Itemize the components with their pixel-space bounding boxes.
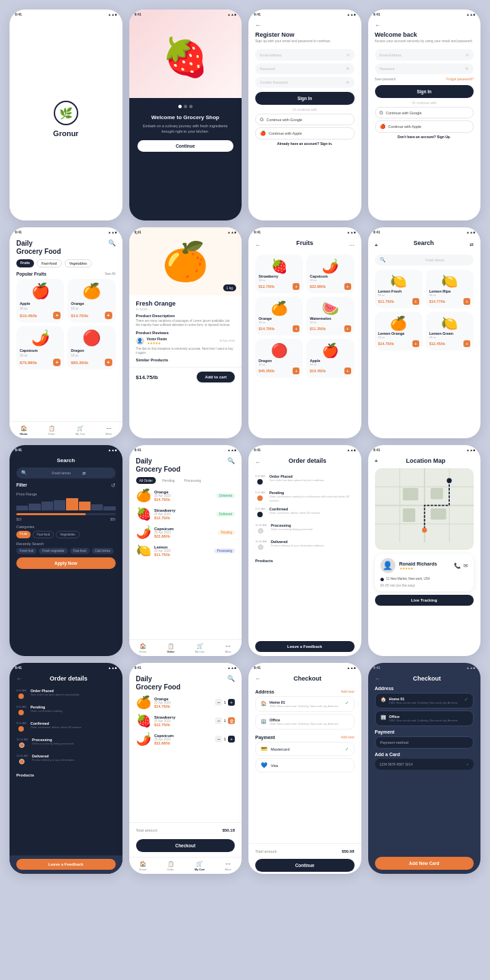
address-office[interactable]: 🏢 Office 1902, New round road, Outlonby,… (255, 714, 355, 730)
nav-cart[interactable]: 🛒 My Cart (195, 861, 205, 871)
confirm-input[interactable]: Confirm Password 👁 (255, 77, 355, 88)
apple-button[interactable]: 🍎 Continue with Apple (255, 127, 355, 140)
chip-fastfood[interactable]: Fast-food (33, 531, 54, 538)
live-tracking-button[interactable]: Live Tracking (375, 595, 474, 606)
nav-home[interactable]: 🏠 Home (140, 861, 147, 871)
tag-fresh-fruit[interactable]: Fresh fruit (16, 548, 37, 554)
tab-pending[interactable]: Pending (159, 477, 178, 484)
lemon-fresh[interactable]: 🍋 Lemon Fresh 10 oz $11.75/lb + (375, 270, 423, 308)
add-to-cart-button[interactable]: Add to cart (197, 372, 235, 382)
add-button[interactable]: + (293, 325, 299, 332)
see-all-button[interactable]: See All (105, 272, 116, 276)
back-button[interactable]: ← (255, 242, 261, 248)
decrease-qty[interactable]: − (215, 699, 222, 706)
fruit-orange[interactable]: 🍊 Orange 10 oz $14.75/lb + (255, 297, 303, 336)
add-address-button[interactable]: Add new (341, 689, 354, 693)
nav-more[interactable]: ⋯ More (105, 425, 112, 436)
delete-item[interactable]: 🗑 (228, 717, 235, 724)
tab-fastfood[interactable]: Fast-food (37, 259, 62, 267)
continue-button[interactable]: Continue (137, 140, 234, 152)
fruit-capsicum[interactable]: 🌶️ Capsicum 10 oz $22.88/lb + (306, 255, 354, 293)
tab-processing[interactable]: Processing (181, 477, 205, 484)
back-button[interactable]: ← (255, 22, 355, 29)
address-office[interactable]: 🏢 Office 1902, New round road, Outlonby,… (375, 710, 474, 726)
cart-item-orange[interactable]: 🍊 Orange 25 Apr 2023 $14.75/lb − 1 + (136, 695, 235, 710)
email-input[interactable]: Email Address ✉ (255, 49, 355, 61)
add-button[interactable]: + (293, 368, 299, 374)
price-slider[interactable] (16, 513, 116, 515)
back-button[interactable]: ← (375, 22, 474, 29)
chip-fruits[interactable]: Fruits (16, 531, 31, 538)
add-to-cart-button[interactable]: + (53, 359, 61, 366)
product-card-orange[interactable]: 🍊 Orange 10 oz $14.75/lb + (67, 279, 115, 323)
message-icon[interactable]: ✉ (463, 563, 468, 569)
tab-vegetables[interactable]: Vegetables (65, 259, 92, 267)
product-card-capsicum[interactable]: 🌶️ Capsicum 10 oz $75.88/lb + (16, 326, 64, 370)
order-item-capsicum[interactable]: 🌶️ Capsicum 25 Apr 2023 $22.68/lb Pendin… (136, 525, 235, 540)
filter-icon[interactable]: ⇄ (470, 242, 474, 248)
password-input[interactable]: Password 👁 (375, 63, 474, 74)
search-button[interactable]: 🔍 (227, 457, 235, 464)
fruit-watermelon[interactable]: 🍉 Watermelon 10 oz $11.35/lb + (306, 297, 354, 336)
add-card-button[interactable]: Add New Card (375, 857, 474, 870)
back-button[interactable]: ← (255, 676, 261, 682)
product-card-dragon[interactable]: 🔴 Dragon 10 oz $85.35/lb + (67, 326, 115, 370)
menu-icon[interactable]: ⋯ (349, 242, 355, 248)
forgot-password[interactable]: Forgot password? (446, 77, 474, 81)
add-to-cart-button[interactable]: + (105, 359, 112, 366)
order-item-orange[interactable]: 🍊 Orange 25 Apr 2023 $14.75/lb Delivered (136, 488, 235, 503)
search-input[interactable]: 🔍 Fresh lemon (375, 255, 474, 265)
order-item-lemon[interactable]: 🍋 Lemon 25 Apr 2023 $11.75/lb Processing (136, 543, 235, 558)
tab-fruits[interactable]: Fruits (16, 259, 34, 267)
add-button[interactable]: + (293, 283, 299, 290)
decrease-qty[interactable]: − (215, 736, 222, 742)
address-home[interactable]: 🏠 Home 01 1902, New round road, Outlonby… (375, 693, 474, 708)
signin-button[interactable]: Sign In (255, 92, 355, 105)
add-button[interactable]: + (463, 298, 470, 305)
nav-order[interactable]: 📋 Order (48, 425, 55, 436)
google-button[interactable]: G Continue with Google (255, 114, 355, 125)
feedback-button[interactable]: Leave a Feedback (255, 641, 355, 652)
payment-option[interactable]: Payment method (375, 736, 474, 749)
nav-cart[interactable]: 🛒 My Cart (195, 643, 205, 653)
add-button[interactable]: + (344, 325, 351, 332)
tab-all[interactable]: All Order (136, 477, 157, 484)
fruit-apple[interactable]: 🍎 Apple 10 oz $10.45/lb + (306, 339, 354, 378)
lemon-ripe[interactable]: 🍋 Lemon Ripe 10 oz $14.77/lb + (426, 270, 474, 308)
email-input[interactable]: Email Address ✉ (375, 49, 474, 61)
back-button[interactable]: ← (375, 676, 380, 682)
apply-button[interactable]: Apply Now (16, 557, 116, 569)
product-card-apple[interactable]: 🍎 Apple 10 oz $10.45/lb + (16, 279, 64, 323)
feedback-button[interactable]: Leave a Feedback (16, 859, 116, 870)
nav-home[interactable]: 🏠 Home (20, 425, 27, 436)
order-item-strawberry[interactable]: 🍓 Strawberry 25 Apr 2023 $12.75/lb Deliv… (136, 506, 235, 521)
apple-button[interactable]: 🍎 Continue with Apple (375, 120, 474, 133)
back-button[interactable]: ← (16, 676, 22, 682)
tag-fastfood[interactable]: Fast-food (70, 548, 90, 554)
nav-order[interactable]: 📋 Order (167, 861, 174, 871)
address-home[interactable]: 🏠 Home 01 1902, New round road, Outlonby… (255, 696, 355, 712)
signin-button[interactable]: Sign In (375, 85, 474, 98)
search-button[interactable]: 🔍 (108, 240, 116, 246)
fruit-dragon[interactable]: 🔴 Dragon 10 oz $45.35/lb + (255, 339, 303, 378)
add-button[interactable]: + (463, 340, 470, 347)
payment-mastercard[interactable]: 💳 Mastercard ✓ (255, 742, 355, 756)
add-payment-button[interactable]: Add new (341, 735, 354, 739)
search-input[interactable]: 🔍 Fresh lemon ⇄ (16, 468, 116, 478)
nav-more[interactable]: ⋯ More (225, 643, 231, 653)
password-input[interactable]: Password 👁 (255, 63, 355, 74)
nav-order[interactable]: 📋 Order (167, 643, 174, 653)
increase-qty[interactable]: + (228, 699, 235, 706)
call-icon[interactable]: 📞 (454, 563, 461, 569)
decrease-qty[interactable]: − (215, 717, 222, 724)
cart-item-capsicum[interactable]: 🌶️ Capsicum 25 Apr 2023 $22.68/lb − 1 + (136, 732, 235, 747)
add-button[interactable]: + (344, 368, 351, 374)
fruit-strawberry[interactable]: 🍓 Strawberry 10 oz $12.75/lb + (255, 255, 303, 293)
nav-home[interactable]: 🏠 Home (140, 643, 147, 653)
reset-icon[interactable]: ↺ (111, 483, 116, 489)
chip-vegetables[interactable]: Vegetables (56, 531, 79, 538)
add-to-cart-button[interactable]: + (105, 312, 112, 319)
continue-button[interactable]: Continue (255, 859, 355, 872)
tag-cold-drinks[interactable]: Cold drinks (92, 548, 114, 554)
search-button[interactable]: 🔍 (227, 675, 235, 682)
